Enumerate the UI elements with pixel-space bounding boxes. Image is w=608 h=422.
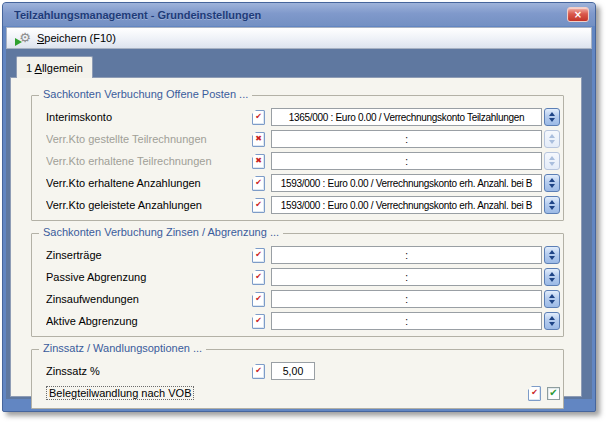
- account-combobox[interactable]: :: [271, 246, 560, 264]
- account-assigned-icon[interactable]: ✔: [252, 198, 265, 213]
- account-assigned-icon[interactable]: ✔: [252, 248, 265, 263]
- field-row-aktive-abgrenzung: Aktive Abgrenzung ✔ :: [46, 312, 560, 330]
- value-assigned-icon[interactable]: ✔: [252, 364, 265, 379]
- vob-checkbox[interactable]: ✔: [547, 387, 560, 400]
- title-bar[interactable]: Teilzahlungsmanagement - Grundeinstellun…: [3, 3, 595, 26]
- group-title: Sachkonten Verbuchung Zinsen / Abgrenzun…: [39, 226, 283, 238]
- account-value[interactable]: :: [271, 246, 542, 264]
- account-assigned-icon[interactable]: ✔: [252, 292, 265, 307]
- spinner-down-icon: [549, 184, 555, 188]
- window-title: Teilzahlungsmanagement - Grundeinstellun…: [14, 9, 567, 21]
- spinner-down-icon: [549, 140, 555, 144]
- spinner-updown[interactable]: [544, 196, 560, 214]
- field-label: Aktive Abgrenzung: [46, 315, 252, 327]
- spinner-down-icon: [549, 256, 555, 260]
- spinner-updown[interactable]: [544, 246, 560, 264]
- field-label: Passive Abgrenzung: [46, 271, 252, 283]
- account-combobox[interactable]: 1365/000 : Euro 0.00 / Verrechnungskonto…: [271, 108, 560, 126]
- spinner-down-icon: [549, 118, 555, 122]
- close-button[interactable]: ×: [567, 7, 589, 22]
- field-label: Zinsaufwendungen: [46, 293, 252, 305]
- spinner-up-icon: [549, 272, 555, 276]
- field-row-erhaltene-teilrechnungen: Verr.Kto erhaltene Teilrechnungen ✖ :: [46, 152, 560, 170]
- tab-label: 1 Allgemein: [26, 62, 83, 74]
- field-row-geleistete-anzahlungen: Verr.Kto geleistete Anzahlungen ✔ 1593/0…: [46, 196, 560, 214]
- field-label: Verr.Kto gestellte Teilrechnungen: [46, 133, 252, 145]
- account-combobox: :: [271, 152, 560, 170]
- group-title: Sachkonten Verbuchung Offene Posten ...: [39, 88, 252, 100]
- save-gear-icon: ⚙: [17, 30, 33, 46]
- account-value: :: [271, 130, 542, 148]
- field-label: Zinssatz %: [46, 365, 252, 377]
- account-value[interactable]: :: [271, 312, 542, 330]
- field-label: Interimskonto: [46, 111, 252, 123]
- spinner-updown[interactable]: [544, 268, 560, 286]
- spinner-down-icon: [549, 162, 555, 166]
- spinner-up-icon: [549, 316, 555, 320]
- field-row-zinsaufwendungen: Zinsaufwendungen ✔ :: [46, 290, 560, 308]
- account-value[interactable]: 1365/000 : Euro 0.00 / Verrechnungskonto…: [271, 108, 542, 126]
- spinner-down-icon: [549, 300, 555, 304]
- spinner-updown[interactable]: [544, 174, 560, 192]
- account-value[interactable]: :: [271, 290, 542, 308]
- account-assigned-icon[interactable]: ✔: [252, 110, 265, 125]
- spinner-up-icon: [549, 156, 555, 160]
- dialog-window: Teilzahlungsmanagement - Grundeinstellun…: [2, 2, 596, 412]
- group-title: Zinssatz / Wandlungsoptionen ...: [39, 342, 206, 354]
- field-label: Verr.Kto erhaltene Teilrechnungen: [46, 155, 252, 167]
- spinner-down-icon: [549, 278, 555, 282]
- account-unassigned-icon[interactable]: ✖: [252, 154, 265, 169]
- save-button[interactable]: ⚙ Speichern (F10): [12, 28, 121, 48]
- close-icon: ×: [574, 9, 582, 20]
- spinner-up-icon: [549, 178, 555, 182]
- spinner-down-icon: [549, 206, 555, 210]
- zinssatz-input[interactable]: [271, 362, 315, 380]
- field-row-gestellte-teilrechnungen: Verr.Kto gestellte Teilrechnungen ✖ :: [46, 130, 560, 148]
- account-value: :: [271, 152, 542, 170]
- field-row-zinssatz: Zinssatz % ✔: [46, 362, 560, 380]
- account-combobox: :: [271, 130, 560, 148]
- account-value[interactable]: 1593/000 : Euro 0.00 / Verrechnungskonto…: [271, 174, 542, 192]
- spinner-updown[interactable]: [544, 108, 560, 126]
- field-row-erhaltene-anzahlungen: Verr.Kto erhaltene Anzahlungen ✔ 1593/00…: [46, 174, 560, 192]
- field-row-passive-abgrenzung: Passive Abgrenzung ✔ :: [46, 268, 560, 286]
- play-arrow-icon: [15, 38, 22, 46]
- spinner-up-icon: [549, 134, 555, 138]
- account-value[interactable]: :: [271, 268, 542, 286]
- account-combobox[interactable]: 1593/000 : Euro 0.00 / Verrechnungskonto…: [271, 196, 560, 214]
- save-button-label: Speichern (F10): [37, 32, 116, 44]
- spinner-up-icon: [549, 112, 555, 116]
- account-combobox[interactable]: 1593/000 : Euro 0.00 / Verrechnungskonto…: [271, 174, 560, 192]
- field-label: Verr.Kto erhaltene Anzahlungen: [46, 177, 252, 189]
- spinner-down-icon: [549, 322, 555, 326]
- field-row-zinsertraege: Zinserträge ✔ :: [46, 246, 560, 264]
- spinner-up-icon: [549, 200, 555, 204]
- account-unassigned-icon[interactable]: ✖: [252, 132, 265, 147]
- tab-panel: Sachkonten Verbuchung Offene Posten ... …: [10, 77, 582, 397]
- spinner-updown[interactable]: [544, 290, 560, 308]
- spinner-updown[interactable]: [544, 312, 560, 330]
- tab-allgemein[interactable]: 1 Allgemein: [16, 56, 93, 78]
- spinner-updown: [544, 130, 560, 148]
- account-combobox[interactable]: :: [271, 290, 560, 308]
- account-value[interactable]: 1593/000 : Euro 0.00 / Verrechnungskonto…: [271, 196, 542, 214]
- group-zinssatz-wandlung: Zinssatz / Wandlungsoptionen ... Zinssat…: [31, 349, 564, 409]
- field-row-vob: Belegteilwandlung nach VOB ✔ ✔: [46, 384, 560, 402]
- account-combobox[interactable]: :: [271, 268, 560, 286]
- field-label: Zinserträge: [46, 249, 252, 261]
- client-area: 1 Allgemein Sachkonten Verbuchung Offene…: [6, 49, 592, 399]
- account-assigned-icon[interactable]: ✔: [252, 314, 265, 329]
- value-assigned-icon[interactable]: ✔: [528, 386, 541, 401]
- group-offene-posten: Sachkonten Verbuchung Offene Posten ... …: [31, 95, 564, 221]
- vob-label[interactable]: Belegteilwandlung nach VOB: [46, 386, 194, 400]
- spinner-up-icon: [549, 250, 555, 254]
- group-zinsen-abgrenzung: Sachkonten Verbuchung Zinsen / Abgrenzun…: [31, 233, 564, 337]
- account-assigned-icon[interactable]: ✔: [252, 176, 265, 191]
- field-label: Verr.Kto geleistete Anzahlungen: [46, 199, 252, 211]
- toolbar: ⚙ Speichern (F10): [6, 27, 592, 49]
- spinner-up-icon: [549, 294, 555, 298]
- account-combobox[interactable]: :: [271, 312, 560, 330]
- account-assigned-icon[interactable]: ✔: [252, 270, 265, 285]
- field-row-interimskonto: Interimskonto ✔ 1365/000 : Euro 0.00 / V…: [46, 108, 560, 126]
- spinner-updown: [544, 152, 560, 170]
